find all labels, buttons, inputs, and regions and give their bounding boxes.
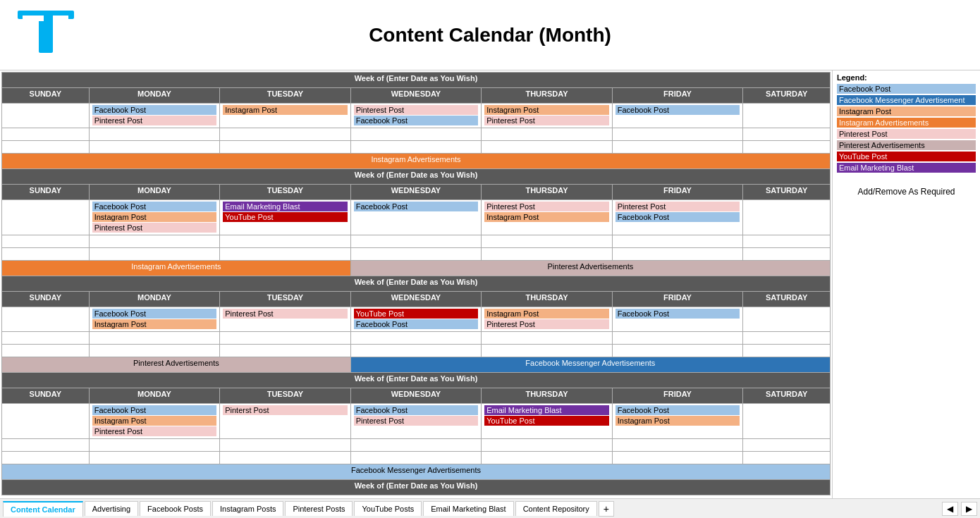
w1-wed-pin: Pinterest Post [354,105,479,115]
w1-mon-pin: Pinterest Post [92,116,217,125]
legend-youtube-post: YouTube Post [837,152,976,161]
day-headers-1: SUNDAY MONDAY TUESDAY WEDNESDAY THURSDAY… [2,88,831,104]
week2-insta-ad: Instagram Advertisements [2,261,351,276]
tab-content-calendar[interactable]: Content Calendar [3,501,83,517]
week-header-2: Week of (Enter Date as You Wish) [2,169,831,185]
legend-email-blast: Email Marketing Blast [837,163,976,173]
w1-thu-insta: Instagram Post [484,105,609,115]
saturday-header: SATURDAY [743,88,831,104]
tab-pinterest-posts[interactable]: Pinterest Posts [285,501,353,516]
week4-row2 [2,439,831,452]
tuesday-header: TUESDAY [220,88,351,104]
tab-instagram-posts[interactable]: Instagram Posts [212,501,283,516]
w3-thu-pin: Pinterest Post [484,319,609,329]
legend-title: Legend: [837,73,976,82]
week1-row1: Facebook Post Pinterest Post Instagram P… [2,104,831,128]
week3-row3 [2,345,831,357]
page-title: Content Calendar (Month) [369,24,611,47]
w4-thu-email: Email Marketing Blast [484,405,609,415]
legend-pinterest-post: Pinterest Post [837,129,976,139]
week1-instagram-ad: Instagram Advertisements [2,154,831,169]
w2-mon-fb: Facebook Post [92,202,217,211]
week2-row3 [2,248,831,261]
day-headers-3: SUNDAY MONDAY TUESDAY WEDNESDAY THURSDAY… [2,292,831,307]
wednesday-header: WEDNESDAY [350,88,482,104]
w2-sun-header: SUNDAY [2,185,90,200]
w2-thu-pin: Pinterest Post [484,202,609,211]
w4-mon-insta: Instagram Post [92,416,217,426]
w4-thu-yt: YouTube Post [484,416,609,426]
tab-content-repository[interactable]: Content Repository [515,501,597,516]
w3-wed-fb: Facebook Post [354,319,479,329]
tab-advertising[interactable]: Advertising [85,501,138,516]
svg-rect-2 [23,16,44,21]
add-remove-note: Add/Remove As Required [837,187,976,197]
w4-wed-fb: Facebook Post [354,405,479,415]
w2-fri-header: FRIDAY [612,185,743,200]
thursday-header: THURSDAY [482,88,613,104]
week2-span: Instagram Advertisements Pinterest Adver… [2,261,831,276]
w3-thu-insta: Instagram Post [484,309,609,319]
w2-tue-header: TUESDAY [220,185,351,200]
legend-area: Legend: Facebook Post Facebook Messenger… [832,70,980,498]
monday-header: MONDAY [89,88,220,104]
week-header-5: Week of (Enter Date as You Wish) [2,480,831,495]
tab-youtube-posts[interactable]: YouTube Posts [354,501,422,516]
app-window: Content Calendar (Month) Week of (Enter … [0,0,980,518]
w1-thu-pin: Pinterest Post [484,116,609,125]
w4-fri-fb: Facebook Post [615,405,740,415]
calendar-area[interactable]: Week of (Enter Date as You Wish) SUNDAY … [0,70,832,498]
w1-tue-insta: Instagram Post [223,105,348,115]
week1-span: Instagram Advertisements [2,154,831,169]
w2-fri-fb: Facebook Post [615,212,740,222]
week3-span: Pinterest Advertisements Facebook Messen… [2,357,831,373]
week1-row2 [2,128,831,141]
legend-fb-post: Facebook Post [837,84,976,94]
sunday-header: SUNDAY [2,88,90,104]
header: Content Calendar (Month) [0,0,980,70]
tab-nav-right[interactable]: ▶ [961,502,977,516]
w2-mon-pin: Pinterest Post [92,223,217,233]
week4-row1: Facebook Post Instagram Post Pinterest P… [2,404,831,439]
svg-rect-3 [53,16,68,21]
tab-bar: Content Calendar Advertising Facebook Po… [0,498,980,518]
w2-tue-email: Email Marketing Blast [223,202,348,211]
w2-mon-header: MONDAY [89,185,220,200]
w4-wed-pin: Pinterest Post [354,416,479,426]
week3-fb-messenger-ad: Facebook Messenger Advertisements [350,357,830,373]
w3-wed-yt: YouTube Post [354,309,479,319]
tab-nav-left[interactable]: ◀ [942,502,958,516]
week4-fb-messenger-ad: Facebook Messenger Advertisements [2,464,831,480]
tab-add-button[interactable]: + [599,501,614,517]
logo [14,7,78,63]
week-header-4: Week of (Enter Date as You Wish) [2,373,831,388]
friday-header: FRIDAY [612,88,743,104]
tab-nav: ◀ ▶ [942,502,977,516]
w3-tue-pin: Pinterest Post [223,309,348,319]
tab-email-marketing[interactable]: Email Marketing Blast [423,501,513,516]
calendar-table: Week of (Enter Date as You Wish) SUNDAY … [1,72,831,495]
w4-fri-insta: Instagram Post [615,416,740,426]
w1-mon-fb: Facebook Post [92,105,217,115]
w4-tue-pin: Pinterst Post [223,405,348,415]
week3-row2 [2,332,831,345]
w2-mon-insta: Instagram Post [92,212,217,222]
w2-sat-header: SATURDAY [743,185,831,200]
w2-tue-yt: YouTube Post [223,212,348,222]
w4-mon-pin: Pinterest Post [92,426,217,436]
tab-facebook-posts[interactable]: Facebook Posts [140,501,211,516]
legend-fb-messenger: Facebook Messenger Advertisement [837,95,976,105]
svg-rect-4 [44,19,48,51]
w2-fri-pin: Pinterest Post [615,202,740,211]
w1-fri-fb: Facebook Post [615,105,740,115]
w2-thu-header: THURSDAY [482,185,613,200]
w2-wed-fb: Facebook Post [354,202,479,211]
legend-instagram-post: Instagram Post [837,106,976,116]
w4-mon-fb: Facebook Post [92,405,217,415]
legend-instagram-ad: Instagram Advertisements [837,118,976,128]
day-headers-2: SUNDAY MONDAY TUESDAY WEDNESDAY THURSDAY… [2,185,831,200]
main-content: Week of (Enter Date as You Wish) SUNDAY … [0,70,980,498]
week-header-1: Week of (Enter Date as You Wish) [2,73,831,88]
week3-row1: Facebook Post Instagram Post Pinterest P… [2,307,831,332]
w3-mon-insta: Instagram Post [92,319,217,329]
